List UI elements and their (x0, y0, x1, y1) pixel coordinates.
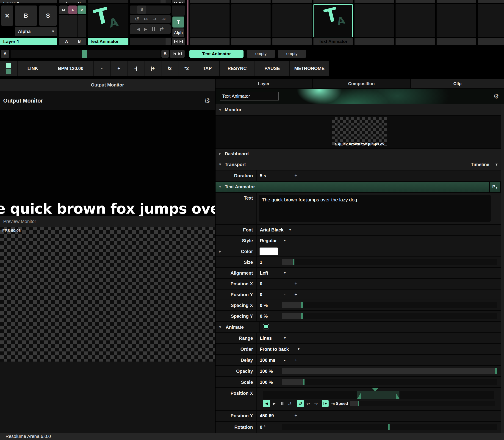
duration-minus-button[interactable]: - (284, 170, 285, 181)
layer-clip-name-label[interactable]: Text Animator (88, 38, 128, 45)
layer-master-fader[interactable] (59, 15, 68, 37)
play-forward-icon[interactable]: ▶ (144, 27, 147, 31)
bounce-icon[interactable]: ↔ (144, 16, 148, 22)
clip-name-input[interactable] (220, 92, 279, 100)
opacity-slider[interactable]: 100 % (257, 366, 501, 376)
clip-slot[interactable] (355, 4, 394, 37)
transport-mode-dropdown[interactable]: Timeline (471, 162, 489, 167)
autopilot-track[interactable]: S (130, 5, 171, 14)
gear-icon[interactable]: ⚙ (204, 91, 210, 110)
speed-slider[interactable] (350, 401, 495, 406)
random-icon[interactable]: ⇄ (286, 400, 293, 407)
crossfader-a-button[interactable]: A (1, 50, 9, 58)
layer2-label[interactable]: Layer 2 (0, 0, 57, 3)
random-icon[interactable]: ⇄ (159, 27, 164, 32)
bounce-icon[interactable]: ↔ (305, 400, 312, 407)
layer-transition-button[interactable]: T (172, 16, 184, 28)
empty-clip-button[interactable]: empty (278, 50, 306, 58)
font-dropdown[interactable]: Arial Black ▼ (257, 225, 501, 235)
rotation-slider[interactable]: 0 ° (257, 422, 501, 433)
clip-slot[interactable] (437, 4, 476, 37)
bpm-minus-button[interactable]: - (93, 61, 110, 76)
crossfader-slider[interactable] (11, 50, 160, 58)
grid-clip-name-label[interactable]: Text Animator (313, 38, 353, 45)
timeline-playhead[interactable] (372, 388, 378, 391)
clip-slot[interactable] (231, 4, 271, 37)
layer-close-button[interactable]: × (1, 5, 13, 26)
duration-value[interactable]: 5 s (260, 170, 266, 181)
position-x-plus-button[interactable]: + (294, 279, 297, 289)
position-y-minus-button[interactable]: - (284, 289, 285, 300)
pause-icon[interactable] (151, 26, 156, 32)
composition-skip-buttons[interactable] (170, 50, 185, 58)
tap-button[interactable]: TAP (195, 61, 219, 76)
play-once-icon[interactable]: → (313, 400, 319, 407)
pause-button[interactable]: PAUSE (255, 61, 289, 76)
layer2-skip-buttons[interactable] (172, 0, 185, 3)
tab-layer[interactable]: Layer (215, 79, 312, 88)
bpm-plus-button[interactable]: + (110, 61, 127, 76)
color-swatch[interactable] (260, 248, 278, 255)
layer-bypass-button[interactable]: B (15, 5, 37, 26)
alignment-dropdown[interactable]: Left ▼ (257, 268, 501, 278)
hold-icon[interactable]: ⇥ (161, 16, 165, 22)
section-dashboard[interactable]: ▶ Dashboard (215, 149, 501, 159)
nudge-up-button[interactable]: |+ (145, 61, 161, 76)
section-text-animator[interactable]: ▼ Text Animator (215, 182, 489, 192)
crossfader-b-button[interactable]: B (161, 50, 169, 58)
bpm-half-button[interactable]: /2 (161, 61, 178, 76)
bpm-double-button[interactable]: *2 (178, 61, 195, 76)
animation-range[interactable] (357, 391, 399, 399)
gear-icon[interactable]: ⚙ (493, 89, 499, 104)
position-y-plus-button[interactable]: + (294, 289, 297, 300)
play-forward-icon[interactable]: ▶ (271, 400, 278, 407)
autopilot-s-button[interactable]: S (137, 5, 146, 14)
position-y-anim-minus-button[interactable]: - (284, 411, 285, 421)
layer-video-button[interactable]: V (78, 5, 86, 14)
empty-clip-button[interactable]: empty (247, 50, 275, 58)
chevron-down-icon[interactable]: ▼ (495, 163, 498, 166)
style-dropdown[interactable]: Regular ▼ (257, 236, 501, 246)
position-x-value[interactable]: 0 (260, 279, 262, 289)
position-x-minus-button[interactable]: - (284, 279, 285, 289)
tab-clip[interactable]: Clip (411, 79, 504, 88)
timeline-mode-icon[interactable] (322, 400, 329, 407)
clip-slot[interactable] (190, 4, 229, 37)
layer2-ab-buttons[interactable]: A B (59, 0, 86, 3)
spacing-x-slider[interactable]: 0 % (257, 300, 501, 310)
range-dropdown[interactable]: Lines ▼ (257, 333, 501, 343)
position-y-anim-value[interactable]: 450.69 (260, 411, 274, 421)
timeline-interpolation-icon[interactable]: ⇥ (330, 400, 336, 407)
crossfader-handle[interactable] (82, 50, 87, 58)
animation-timeline[interactable] (263, 391, 494, 399)
layer-master-button[interactable]: M (59, 5, 68, 14)
section-transport[interactable]: ▼ Transport Timeline ▼ (215, 159, 501, 170)
delay-minus-button[interactable]: - (284, 355, 285, 365)
position-y-anim-plus-button[interactable]: + (294, 411, 297, 421)
panel-scrollbar[interactable] (501, 104, 504, 433)
play-once-icon[interactable]: → (152, 16, 157, 22)
clip-slot-active[interactable]: T A (313, 4, 353, 37)
play-backward-icon[interactable]: ◀ (263, 400, 270, 407)
layer1-ab-buttons[interactable]: A B (59, 38, 86, 45)
position-y-value[interactable]: 0 (260, 289, 262, 300)
layer-solo-button[interactable]: S (39, 5, 57, 26)
expand-icon[interactable]: ▶ (215, 246, 225, 257)
layer-skip-buttons[interactable] (172, 38, 185, 45)
collapse-icon[interactable]: ▼ (215, 322, 225, 332)
layer-audio-fader[interactable] (68, 15, 77, 37)
pause-icon[interactable] (279, 400, 285, 407)
delay-value[interactable]: 100 ms (260, 355, 275, 365)
scale-slider[interactable]: 100 % (257, 377, 501, 387)
clip-position-bar[interactable] (130, 38, 171, 45)
play-backward-icon[interactable]: ◀ (137, 27, 140, 31)
size-slider[interactable]: 1 (257, 257, 501, 267)
text-input[interactable]: The quick brown fox jumps over the lazy … (259, 195, 491, 222)
layer-clip-thumbnail[interactable]: T A (88, 4, 128, 37)
order-dropdown[interactable]: Front to back ▼ (257, 344, 501, 354)
active-clip-button[interactable]: Text Animator (189, 50, 243, 58)
layer-transition-blend-button[interactable]: Alph (172, 28, 184, 37)
loop-icon[interactable]: ↺ (135, 16, 139, 22)
clip-slot[interactable] (478, 4, 504, 37)
duration-plus-button[interactable]: + (294, 170, 297, 181)
